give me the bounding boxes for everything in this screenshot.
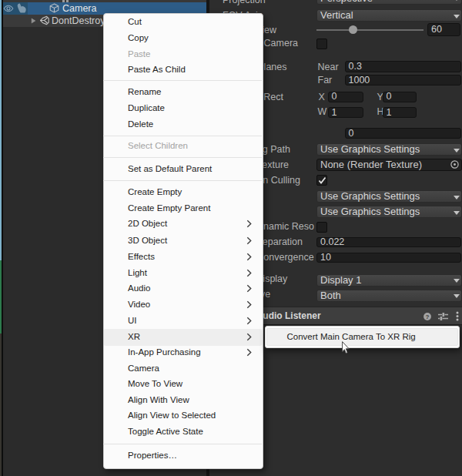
svg-text:?: ? — [426, 313, 430, 320]
